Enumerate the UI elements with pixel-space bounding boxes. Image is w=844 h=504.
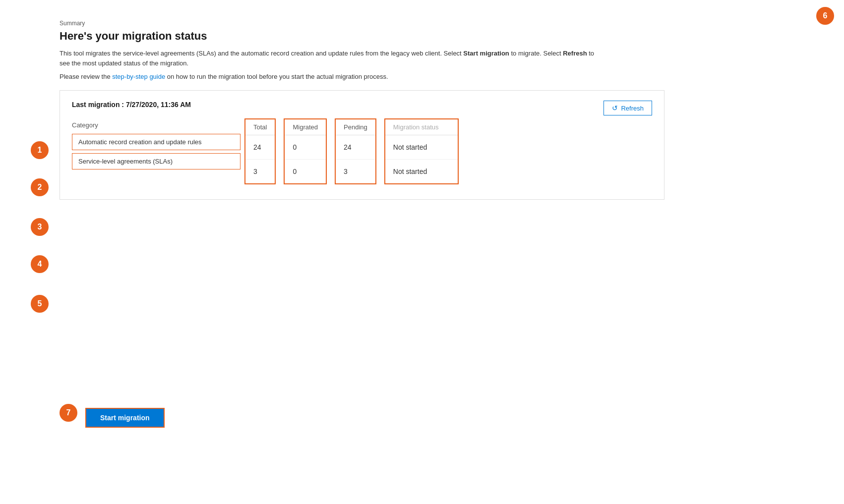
status-row-2: Not started [385,159,458,183]
refresh-button[interactable]: ↺ Refresh [603,101,652,115]
annotation-1: 1 [31,141,49,159]
migration-table: Category Automatic record creation and u… [72,118,652,184]
status-header: Migration status [385,119,458,135]
pending-header: Pending [336,119,375,135]
breadcrumb: Summary [60,20,664,27]
pending-row-1: 24 [336,135,375,159]
annotation-3: 3 [31,218,49,236]
migrated-header: Migrated [285,119,326,135]
total-row-2: 3 [245,159,275,183]
total-header: Total [245,119,275,135]
last-migration-label: Last migration : 7/27/2020, 11:36 AM [72,101,652,109]
category-column: Category Automatic record creation and u… [72,118,241,172]
guide-link[interactable]: step-by-step guide [112,73,165,80]
annotation-6: 6 [816,7,834,25]
annotation-5: 5 [31,295,49,313]
annotation-2: 2 [31,178,49,196]
migrated-row-2: 0 [285,159,326,183]
refresh-icon: ↺ [612,104,618,112]
pending-column: Pending 24 3 [335,118,376,184]
migrated-column: Migrated 0 0 [284,118,327,184]
annotation-4: 4 [31,255,49,273]
total-row-1: 24 [245,135,275,159]
start-migration-button[interactable]: Start migration [85,408,165,428]
category-header: Category [72,118,241,134]
migration-panel: Last migration : 7/27/2020, 11:36 AM ↺ R… [60,90,664,200]
pending-row-2: 3 [336,159,375,183]
guide-text: Please review the step-by-step guide on … [60,73,664,80]
annotation-7: 7 [60,404,77,422]
category-row-1: Automatic record creation and update rul… [72,134,241,150]
status-column: Migration status Not started Not started [384,118,459,184]
description-text: This tool migrates the service-level agr… [60,49,605,68]
status-row-1: Not started [385,135,458,159]
category-row-2: Service-level agreements (SLAs) [72,153,241,169]
migrated-row-1: 0 [285,135,326,159]
page-title: Here's your migration status [60,30,664,43]
total-column: Total 24 3 [244,118,276,184]
